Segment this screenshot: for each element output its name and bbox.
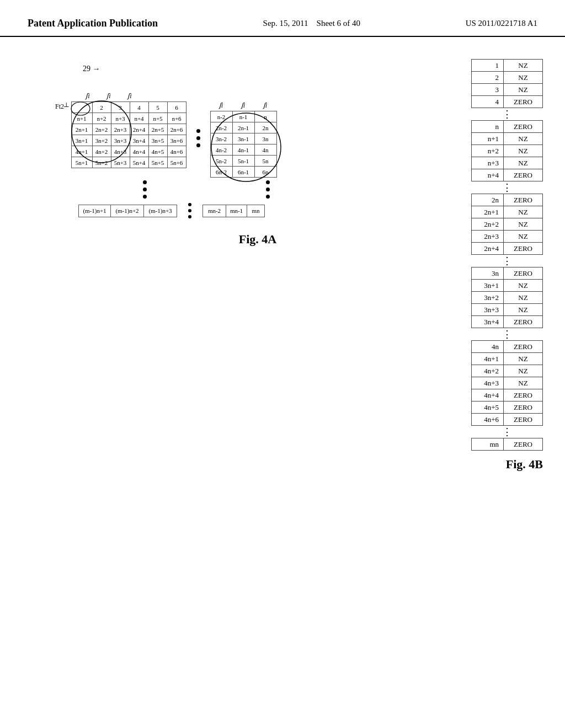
reference-29: 29 → bbox=[83, 65, 100, 73]
row-value: NZ bbox=[504, 218, 543, 231]
table-row: mnZERO bbox=[472, 438, 543, 451]
table-row: 5n-2 5n-1 5n bbox=[210, 156, 276, 167]
row-value: ZERO bbox=[504, 121, 543, 133]
grids-row: Ft2┴ 2 3 4 bbox=[55, 101, 460, 178]
table-row: 4n+4ZERO bbox=[472, 389, 543, 402]
col-italic-labels-left: ʃi ʃi ʃi bbox=[56, 92, 460, 100]
table-row: ⋮ bbox=[472, 255, 543, 267]
row-value: NZ bbox=[504, 377, 543, 389]
table-row: 5n+1 5n+2 5n+3 5n+4 5n+5 5n+6 bbox=[71, 157, 186, 168]
table-row: n-2 n-1 n bbox=[210, 111, 276, 122]
row-label: 4n+2 bbox=[472, 365, 504, 377]
table-row: 3n+1 3n+2 3n+3 3n+4 3n+5 3n+6 bbox=[71, 135, 186, 146]
row-label: n+1 bbox=[472, 133, 504, 145]
fig4a-label: Fig. 4A bbox=[55, 232, 460, 247]
row-value: NZ bbox=[504, 365, 543, 377]
row-label: 4n bbox=[472, 341, 504, 353]
row-value: ZERO bbox=[504, 414, 543, 426]
table-row: 2n+1 2n+2 2n+3 2n+4 2n+5 2n+6 bbox=[71, 124, 186, 135]
table-row: 4n+1 4n+2 4n+3 4n+4 4n+5 4n+6 bbox=[71, 146, 186, 157]
table-row: ⋮ bbox=[472, 108, 543, 121]
dots-row-cell: ⋮ bbox=[472, 108, 543, 121]
table-row: n+3NZ bbox=[472, 157, 543, 169]
table-row: 6n-2 6n-1 6n bbox=[210, 167, 276, 178]
row-label: 2n+1 bbox=[472, 206, 504, 218]
row-label: 2 bbox=[472, 72, 504, 84]
vdots-left bbox=[78, 180, 211, 199]
table-row: 4n+1NZ bbox=[472, 353, 543, 365]
sheet-info: Sheet 6 of 40 bbox=[317, 19, 361, 28]
dots-row-cell: ⋮ bbox=[472, 328, 543, 341]
publication-title: Patent Application Publication bbox=[28, 17, 158, 30]
main-content: 29 → ʃi ʃi ʃi Ft2┴ bbox=[0, 37, 565, 483]
row-label: 1 bbox=[472, 60, 504, 72]
table-row: 2 3 4 5 6 bbox=[71, 102, 186, 113]
right-grid-table: n-2 n-1 n 2n-2 2n-1 2n 3n-2 3n-1 3n bbox=[210, 111, 277, 178]
table-row: 2n+1NZ bbox=[472, 206, 543, 218]
left-grid-container: 2 3 4 5 6 n+1 n+2 n+3 n+4 n+5 n+6 bbox=[71, 101, 186, 168]
row-value: NZ bbox=[504, 60, 543, 72]
bottom-row-container: (m-1)n+1 (m-1)n+2 (m-1)n+3 mn-2 mn-1 bbox=[78, 203, 460, 218]
row-value: NZ bbox=[504, 280, 543, 292]
table-row: 2NZ bbox=[472, 72, 543, 84]
row-label: mn bbox=[472, 438, 504, 451]
row-label: 2n+3 bbox=[472, 231, 504, 243]
row-value: NZ bbox=[504, 145, 543, 157]
table-row: ⋮ bbox=[472, 181, 543, 194]
table-row: 3n+2NZ bbox=[472, 292, 543, 304]
table-row: 3nZERO bbox=[472, 267, 543, 280]
row-label: n+2 bbox=[472, 145, 504, 157]
table-row: 2n+2NZ bbox=[472, 218, 543, 231]
row-value: NZ bbox=[504, 206, 543, 218]
dots-row-cell: ⋮ bbox=[472, 255, 543, 267]
bottom-left-table: (m-1)n+1 (m-1)n+2 (m-1)n+3 bbox=[78, 205, 177, 217]
row-label: 3n+4 bbox=[472, 316, 504, 328]
table-row: 2nZERO bbox=[472, 194, 543, 206]
table-row: 4nZERO bbox=[472, 341, 543, 353]
bottom-right-table: mn-2 mn-1 mn bbox=[202, 205, 265, 217]
row-label: 4n+4 bbox=[472, 389, 504, 402]
table-row: 4n+6ZERO bbox=[472, 414, 543, 426]
table-row: 2n+3NZ bbox=[472, 231, 543, 243]
vertical-dots-row bbox=[78, 180, 460, 199]
row-label: 2n+4 bbox=[472, 243, 504, 255]
table-row: 3n+4ZERO bbox=[472, 316, 543, 328]
right-grid-container: ʃi ʃi ʃi n-2 n-1 n bbox=[210, 101, 277, 178]
table-row: ⋮ bbox=[472, 426, 543, 438]
table-row: 4n+2NZ bbox=[472, 365, 543, 377]
horizontal-dots-middle bbox=[196, 129, 200, 147]
bottom-dots bbox=[188, 203, 191, 218]
diagram-area: 29 → ʃi ʃi ʃi Ft2┴ bbox=[22, 48, 460, 472]
table-row: 2n+4ZERO bbox=[472, 243, 543, 255]
row-value: ZERO bbox=[504, 402, 543, 414]
row-value: NZ bbox=[504, 353, 543, 365]
row-label: 3n bbox=[472, 267, 504, 280]
fig4b-table: 1NZ2NZ3NZ4ZERO⋮nZEROn+1NZn+2NZn+3NZn+4ZE… bbox=[471, 59, 543, 451]
table-row: 4n-2 4n-1 4n bbox=[210, 144, 276, 156]
table-row: 4n+5ZERO bbox=[472, 402, 543, 414]
ft2-label: Ft2┴ bbox=[55, 103, 69, 111]
table-row: n+1NZ bbox=[472, 133, 543, 145]
row-label: 4n+3 bbox=[472, 377, 504, 389]
table-row: 1NZ bbox=[472, 60, 543, 72]
table-row: 2n-2 2n-1 2n bbox=[210, 122, 276, 133]
table-row: n+4ZERO bbox=[472, 169, 543, 181]
row-value: ZERO bbox=[504, 438, 543, 451]
row-label: 3n+2 bbox=[472, 292, 504, 304]
row-value: NZ bbox=[504, 304, 543, 316]
patent-number: US 2011/0221718 A1 bbox=[466, 17, 537, 28]
row-label: n+3 bbox=[472, 157, 504, 169]
row-label: 3n+3 bbox=[472, 304, 504, 316]
row-value: NZ bbox=[504, 157, 543, 169]
row-value: ZERO bbox=[504, 389, 543, 402]
row-value: ZERO bbox=[504, 316, 543, 328]
dots-row-cell: ⋮ bbox=[472, 181, 543, 194]
table-row: 3n-2 3n-1 3n bbox=[210, 133, 276, 144]
row-label: 4n+1 bbox=[472, 353, 504, 365]
table-row: mn-2 mn-1 mn bbox=[203, 205, 265, 217]
row-label: 4n+5 bbox=[472, 402, 504, 414]
vdots-right bbox=[234, 180, 301, 199]
table-row: (m-1)n+1 (m-1)n+2 (m-1)n+3 bbox=[79, 205, 177, 217]
row-value: NZ bbox=[504, 133, 543, 145]
left-grid-table: 2 3 4 5 6 n+1 n+2 n+3 n+4 n+5 n+6 bbox=[71, 101, 186, 168]
